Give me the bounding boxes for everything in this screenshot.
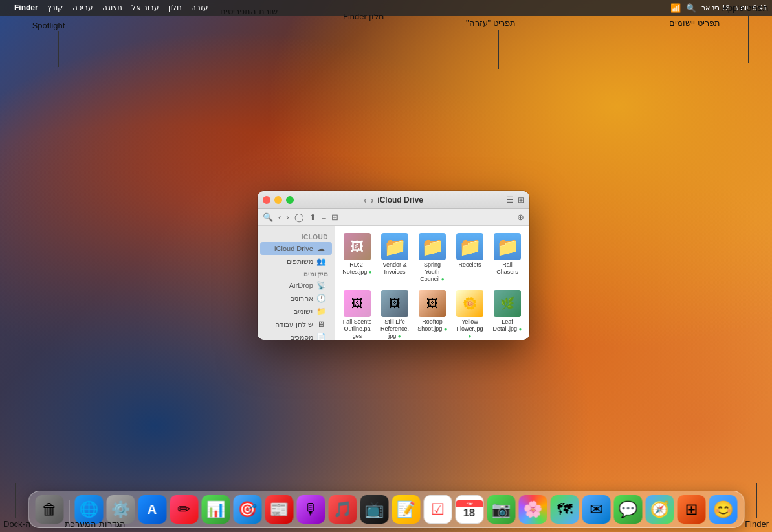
file-icon-image: 🖼 (419, 290, 446, 317)
view-icon-grid[interactable]: ⊞ (518, 195, 524, 205)
file-item[interactable]: 🖼 Rooftop Shoot.jpg ● (415, 288, 449, 340)
shared-label: משותפים (287, 258, 313, 266)
back-icon[interactable]: ‹ (278, 212, 281, 222)
locations-section-header: מיקומים (258, 268, 335, 279)
sidebar-item-recents[interactable]: 🕐 אחרונים (260, 292, 332, 305)
file-item[interactable]: 🌼 Yellow Flower.jpg ● (453, 288, 487, 340)
dock-app-trash[interactable]: 🗑 (35, 495, 63, 524)
file-item[interactable]: 🌿 Leaf Detail.jpg ● (491, 288, 524, 340)
dock-app-music[interactable]: 🎵 (328, 495, 357, 524)
search-toolbar-icon[interactable]: 🔍 (263, 212, 273, 222)
help-menu[interactable]: עזרה (191, 3, 208, 12)
sidebar-item-airdrop[interactable]: 📡 AirDrop (260, 279, 332, 292)
file-item[interactable]: 🖼 Still Life Reference.jpg ● (378, 288, 412, 340)
forward-icon[interactable]: › (286, 212, 289, 222)
file-item[interactable]: 📁 Vendor & Invoices (378, 231, 412, 284)
dock-app-messages[interactable]: 💬 (613, 495, 642, 524)
airdrop-icon: 📡 (316, 281, 325, 290)
sidebar-item-apps[interactable]: 📁 יישומים (260, 305, 332, 318)
window-menu[interactable]: חלון (168, 3, 182, 12)
desktop-icon: 🖥 (316, 320, 325, 329)
finder-body: iCloud ☁ iCloud Drive 👥 משותפים מיקומים … (258, 226, 529, 340)
file-item[interactable]: 🖼 RD:2-Notes.jpg ● (340, 231, 374, 284)
file-item[interactable]: 📁 Receipts (453, 231, 487, 284)
sidebar-item-shared[interactable]: 👥 משותפים (260, 255, 332, 268)
dock-app-calendar[interactable]: ינו׳ 18 (455, 495, 483, 524)
action-icon[interactable]: ◯ (294, 212, 304, 222)
dock-app-maps[interactable]: 🗺 (550, 495, 579, 524)
close-button[interactable] (263, 196, 270, 204)
minimize-button[interactable] (274, 196, 282, 204)
documents-icon: 📄 (316, 333, 325, 340)
desktop: Finder קובץ עריכה תצוגה עבור אל חלון עזר… (0, 0, 772, 532)
finder-sidebar: iCloud ☁ iCloud Drive 👥 משותפים מיקומים … (258, 226, 335, 340)
dock-app-reminders[interactable]: ☑ (423, 495, 452, 524)
finder-title: ‹ › iCloud Drive (364, 195, 423, 205)
recents-label: אחרונים (290, 294, 313, 303)
view-more-icon[interactable]: ⊕ (517, 212, 524, 222)
file-name: Fall Scents Outline.pages (342, 318, 372, 339)
folder-icon: 📁 (494, 233, 521, 260)
search-icon[interactable]: 🔍 (686, 3, 696, 13)
recents-icon: 🕐 (316, 294, 325, 303)
file-icon-image: 🖼 (381, 290, 408, 317)
view-icon-list[interactable]: ☰ (507, 195, 514, 205)
dock-app-safari[interactable]: 🧭 (645, 495, 674, 524)
file-menu[interactable]: קובץ (47, 3, 63, 12)
finder-window: ‹ › iCloud Drive ☰ ⊞ 🔍 ‹ › ◯ ⬆ ≡ ⊞ ⊕ iCl… (258, 191, 529, 340)
dock-app-news[interactable]: 📰 (265, 495, 293, 524)
folder-icon: 📁 (381, 233, 408, 260)
file-name: Rooftop Shoot.jpg ● (417, 318, 447, 333)
file-name: Yellow Flower.jpg ● (455, 318, 485, 339)
time: 9:41 (753, 4, 767, 12)
file-icon-image: 🖼 (344, 233, 371, 260)
dock-app-facetime[interactable]: 📷 (487, 495, 515, 524)
shared-icon: 👥 (316, 257, 325, 266)
file-icon-image: 🖼 (344, 290, 371, 317)
dock-app-appstore[interactable]: A (138, 495, 166, 524)
file-name: Spring Youth Council ● (417, 261, 447, 282)
apps-label: יישומים (293, 307, 313, 316)
view-menu[interactable]: תצוגה (102, 3, 122, 12)
dock-app-pages[interactable]: ✏ (170, 495, 198, 524)
file-name: Vendor & Invoices (380, 261, 410, 276)
view-list-icon[interactable]: ≡ (322, 212, 327, 222)
edit-menu[interactable]: עריכה (72, 3, 93, 12)
dock-separator (69, 500, 69, 524)
sidebar-item-documents[interactable]: 📄 מסמכים (260, 331, 332, 340)
file-item[interactable]: 📁 Spring Youth Council ● (415, 231, 449, 284)
dock-app-podcasts[interactable]: 🎙 (296, 495, 325, 524)
sidebar-item-icloud-drive[interactable]: ☁ iCloud Drive (260, 242, 332, 255)
dock-app-keynote[interactable]: 🎯 (233, 495, 261, 524)
dock-app-launchpad[interactable]: ⊞ (677, 495, 705, 524)
file-name: Receipts (458, 261, 481, 269)
sidebar-item-desktop[interactable]: 🖥 שולחן עבודה (260, 318, 332, 331)
dock-app-mail[interactable]: ✉ (582, 495, 610, 524)
dock-app-tv[interactable]: 📺 (360, 495, 388, 524)
dock-app-safari-old[interactable]: 🌐 (74, 495, 103, 524)
file-item[interactable]: 📁 Rail Chasers (491, 231, 524, 284)
go-menu[interactable]: עבור אל (131, 3, 159, 12)
folder-icon: 📁 (419, 233, 446, 260)
share-icon[interactable]: ⬆ (309, 212, 316, 222)
finder-menu-app[interactable]: Finder (14, 3, 38, 12)
dock-app-photos[interactable]: 🌸 (518, 495, 547, 524)
file-item[interactable]: 🖼 Fall Scents Outline.pages (340, 288, 374, 340)
file-name: Leaf Detail.jpg ● (492, 318, 522, 333)
nav-back-icon[interactable]: ‹ (364, 195, 367, 205)
maximize-button[interactable] (286, 196, 294, 204)
dock-app-notes[interactable]: 📝 (392, 495, 420, 524)
dock: 🗑 🌐 ⚙️ A ✏ 📊 🎯 📰 🎙 🎵 📺 📝 ☑ ינו׳ 18 📷 🌸 🗺… (28, 491, 744, 528)
finder-titlebar: ‹ › iCloud Drive ☰ ⊞ (258, 191, 529, 209)
apps-icon: 📁 (316, 307, 325, 316)
finder-content: 🖼 RD:2-Notes.jpg ● 📁 Vendor & Invoices 📁… (335, 226, 529, 340)
finder-window-title: iCloud Drive (377, 195, 423, 205)
folder-icon: 📁 (456, 233, 483, 260)
wifi-icon[interactable]: 📶 (670, 3, 681, 13)
dock-app-numbers[interactable]: 📊 (201, 495, 230, 524)
icloud-section-header: iCloud (258, 231, 335, 242)
view-grid-icon[interactable]: ⊞ (331, 212, 338, 222)
dock-app-settings[interactable]: ⚙️ (106, 495, 135, 524)
nav-forward-icon[interactable]: › (371, 195, 374, 205)
dock-app-finder[interactable]: 😊 (709, 495, 737, 524)
